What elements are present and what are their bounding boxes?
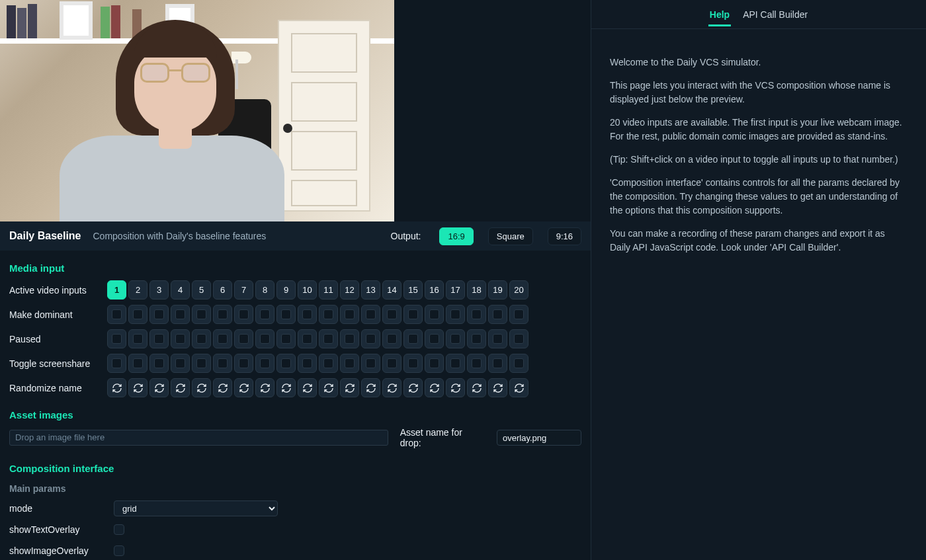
make-dominant-12[interactable] — [340, 305, 359, 324]
make-dominant-13[interactable] — [361, 305, 380, 324]
video-input-6[interactable]: 6 — [213, 280, 232, 300]
toggle-screenshare-19[interactable] — [488, 354, 507, 373]
make-dominant-2[interactable] — [128, 305, 147, 324]
video-input-15[interactable]: 15 — [403, 280, 423, 300]
mode-select[interactable]: grid — [114, 500, 278, 516]
randomize-name-11[interactable] — [319, 378, 338, 397]
tab-help[interactable]: Help — [708, 3, 731, 26]
make-dominant-6[interactable] — [213, 305, 232, 324]
video-input-2[interactable]: 2 — [128, 280, 147, 300]
paused-19[interactable] — [488, 329, 507, 348]
toggle-screenshare-6[interactable] — [213, 354, 232, 373]
video-input-10[interactable]: 10 — [298, 280, 317, 300]
paused-14[interactable] — [382, 329, 401, 348]
randomize-name-6[interactable] — [213, 378, 232, 397]
video-input-9[interactable]: 9 — [276, 280, 296, 300]
video-input-13[interactable]: 13 — [361, 280, 380, 300]
randomize-name-4[interactable] — [171, 378, 190, 397]
paused-17[interactable] — [446, 329, 465, 348]
make-dominant-11[interactable] — [319, 305, 338, 324]
paused-6[interactable] — [213, 329, 232, 348]
paused-11[interactable] — [319, 329, 338, 348]
make-dominant-14[interactable] — [382, 305, 401, 324]
randomize-name-10[interactable] — [298, 378, 317, 397]
paused-3[interactable] — [149, 329, 169, 348]
video-input-19[interactable]: 19 — [488, 280, 507, 300]
randomize-name-17[interactable] — [446, 378, 465, 397]
paused-10[interactable] — [298, 329, 317, 348]
randomize-name-19[interactable] — [488, 378, 507, 397]
paused-7[interactable] — [234, 329, 253, 348]
randomize-name-15[interactable] — [403, 378, 423, 397]
aspect-9-16-button[interactable]: 9:16 — [548, 227, 581, 245]
toggle-screenshare-4[interactable] — [171, 354, 190, 373]
video-input-20[interactable]: 20 — [509, 280, 528, 300]
randomize-name-7[interactable] — [234, 378, 253, 397]
aspect-16-9-button[interactable]: 16:9 — [439, 227, 473, 245]
make-dominant-18[interactable] — [467, 305, 486, 324]
randomize-name-18[interactable] — [467, 378, 486, 397]
video-input-17[interactable]: 17 — [446, 280, 465, 300]
randomize-name-16[interactable] — [425, 378, 444, 397]
paused-5[interactable] — [192, 329, 211, 348]
make-dominant-4[interactable] — [171, 305, 190, 324]
paused-1[interactable] — [107, 329, 126, 348]
aspect-square-button[interactable]: Square — [488, 227, 533, 245]
toggle-screenshare-8[interactable] — [255, 354, 274, 373]
randomize-name-20[interactable] — [509, 378, 528, 397]
toggle-screenshare-9[interactable] — [276, 354, 296, 373]
asset-drop-zone[interactable]: Drop an image file here — [9, 430, 388, 446]
video-input-5[interactable]: 5 — [192, 280, 211, 300]
randomize-name-9[interactable] — [276, 378, 296, 397]
toggle-screenshare-7[interactable] — [234, 354, 253, 373]
paused-15[interactable] — [403, 329, 423, 348]
make-dominant-16[interactable] — [425, 305, 444, 324]
randomize-name-1[interactable] — [107, 378, 126, 397]
make-dominant-5[interactable] — [192, 305, 211, 324]
make-dominant-3[interactable] — [149, 305, 169, 324]
controls-panel[interactable]: Media input Active video inputs 12345678… — [0, 251, 591, 560]
randomize-name-13[interactable] — [361, 378, 380, 397]
video-input-12[interactable]: 12 — [340, 280, 359, 300]
randomize-name-12[interactable] — [340, 378, 359, 397]
randomize-name-2[interactable] — [128, 378, 147, 397]
video-input-11[interactable]: 11 — [319, 280, 338, 300]
make-dominant-9[interactable] — [276, 305, 296, 324]
make-dominant-7[interactable] — [234, 305, 253, 324]
toggle-screenshare-10[interactable] — [298, 354, 317, 373]
toggle-screenshare-20[interactable] — [509, 354, 528, 373]
make-dominant-8[interactable] — [255, 305, 274, 324]
paused-20[interactable] — [509, 329, 528, 348]
make-dominant-15[interactable] — [403, 305, 423, 324]
toggle-screenshare-2[interactable] — [128, 354, 147, 373]
make-dominant-19[interactable] — [488, 305, 507, 324]
toggle-screenshare-18[interactable] — [467, 354, 486, 373]
show-text-overlay-checkbox[interactable] — [114, 524, 124, 535]
paused-12[interactable] — [340, 329, 359, 348]
make-dominant-1[interactable] — [107, 305, 126, 324]
paused-18[interactable] — [467, 329, 486, 348]
toggle-screenshare-5[interactable] — [192, 354, 211, 373]
toggle-screenshare-12[interactable] — [340, 354, 359, 373]
toggle-screenshare-13[interactable] — [361, 354, 380, 373]
toggle-screenshare-1[interactable] — [107, 354, 126, 373]
randomize-name-8[interactable] — [255, 378, 274, 397]
paused-4[interactable] — [171, 329, 190, 348]
make-dominant-20[interactable] — [509, 305, 528, 324]
toggle-screenshare-11[interactable] — [319, 354, 338, 373]
asset-name-input[interactable] — [497, 430, 581, 446]
video-input-16[interactable]: 16 — [425, 280, 444, 300]
video-input-7[interactable]: 7 — [234, 280, 253, 300]
make-dominant-17[interactable] — [446, 305, 465, 324]
paused-2[interactable] — [128, 329, 147, 348]
randomize-name-3[interactable] — [149, 378, 169, 397]
video-input-8[interactable]: 8 — [255, 280, 274, 300]
paused-8[interactable] — [255, 329, 274, 348]
toggle-screenshare-14[interactable] — [382, 354, 401, 373]
paused-16[interactable] — [425, 329, 444, 348]
video-input-1[interactable]: 1 — [107, 280, 126, 300]
toggle-screenshare-15[interactable] — [403, 354, 423, 373]
paused-13[interactable] — [361, 329, 380, 348]
toggle-screenshare-17[interactable] — [446, 354, 465, 373]
video-input-14[interactable]: 14 — [382, 280, 401, 300]
